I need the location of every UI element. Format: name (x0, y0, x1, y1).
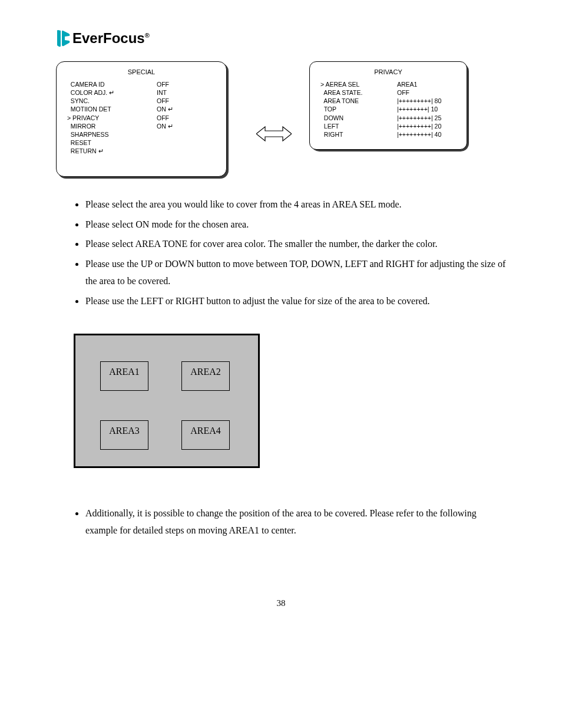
special-panel-wrap: SPECIAL CAMERA ID COLOR ADJ. ↵ SYNC. MOT… (56, 61, 227, 177)
menu-item: AREA STATE. (320, 88, 397, 97)
instruction-list-1: Please select the area you would like to… (56, 195, 506, 310)
menu-item: > AEREA SEL (320, 80, 397, 88)
area4-box: AREA4 (181, 420, 230, 450)
list-item: Please select ON mode for the chosen are… (85, 215, 506, 233)
instruction-list-2: Additionally, it is possible to change t… (56, 503, 506, 539)
menu-value: |+++++++++| 40 (397, 130, 456, 139)
logo-text: EverFocus® (72, 30, 150, 47)
menu-item: RETURN ↵ (67, 147, 157, 155)
menu-item: LEFT (320, 122, 397, 130)
list-item: Please select AREA TONE for cover area c… (85, 234, 506, 253)
menu-item: SYNC. (67, 97, 157, 105)
menu-value: OFF (157, 80, 216, 88)
menu-item: MIRROR (67, 122, 157, 130)
special-panel: SPECIAL CAMERA ID COLOR ADJ. ↵ SYNC. MOT… (56, 61, 227, 177)
area-diagram: AREA1 AREA2 AREA3 AREA4 (74, 334, 260, 468)
menu-value: OFF (157, 97, 216, 105)
menu-value: |++++++++| 10 (397, 105, 456, 113)
menu-item: > PRIVACY (67, 114, 157, 122)
menu-item: SHARPNESS (67, 130, 157, 139)
menu-item: AREA TONE (320, 97, 397, 105)
logo-icon (56, 29, 71, 47)
double-arrow-icon (256, 125, 292, 143)
list-item: Please use the LEFT or RIGHT button to a… (85, 291, 506, 310)
menu-value: |+++++++++| 80 (397, 97, 456, 105)
menu-item: RIGHT (320, 130, 397, 139)
menu-item: CAMERA ID (67, 80, 157, 88)
menu-value: OFF (397, 88, 456, 97)
menu-value: OFF (157, 114, 216, 122)
area3-box: AREA3 (100, 420, 148, 450)
menu-value: |+++++++++| 20 (397, 122, 456, 130)
page-number: 38 (56, 598, 506, 608)
menu-item: TOP (320, 105, 397, 113)
menu-value: ON ↵ (157, 122, 216, 130)
menu-value: ON ↵ (157, 105, 216, 113)
privacy-panel: PRIVACY > AEREA SEL AREA STATE. AREA TON… (309, 61, 467, 150)
menu-item: DOWN (320, 114, 397, 122)
menu-item: RESET (67, 139, 157, 147)
menu-value: |+++++++++| 25 (397, 114, 456, 122)
privacy-panel-wrap: PRIVACY > AEREA SEL AREA STATE. AREA TON… (309, 61, 467, 150)
osd-panels-row: SPECIAL CAMERA ID COLOR ADJ. ↵ SYNC. MOT… (56, 61, 506, 177)
brand-logo: EverFocus® (56, 29, 506, 47)
list-item: Please use the UP or DOWN button to move… (85, 254, 506, 290)
list-item: Please select the area you would like to… (85, 195, 506, 213)
area2-box: AREA2 (181, 361, 230, 391)
menu-value: AREA1 (397, 80, 456, 88)
menu-item: MOTIION DET (67, 105, 157, 113)
special-panel-title: SPECIAL (67, 68, 216, 77)
privacy-panel-title: PRIVACY (320, 68, 456, 77)
menu-value: INT (157, 88, 216, 97)
list-item: Additionally, it is possible to change t… (85, 503, 506, 539)
area1-box: AREA1 (100, 361, 148, 391)
menu-item: COLOR ADJ. ↵ (67, 88, 157, 97)
